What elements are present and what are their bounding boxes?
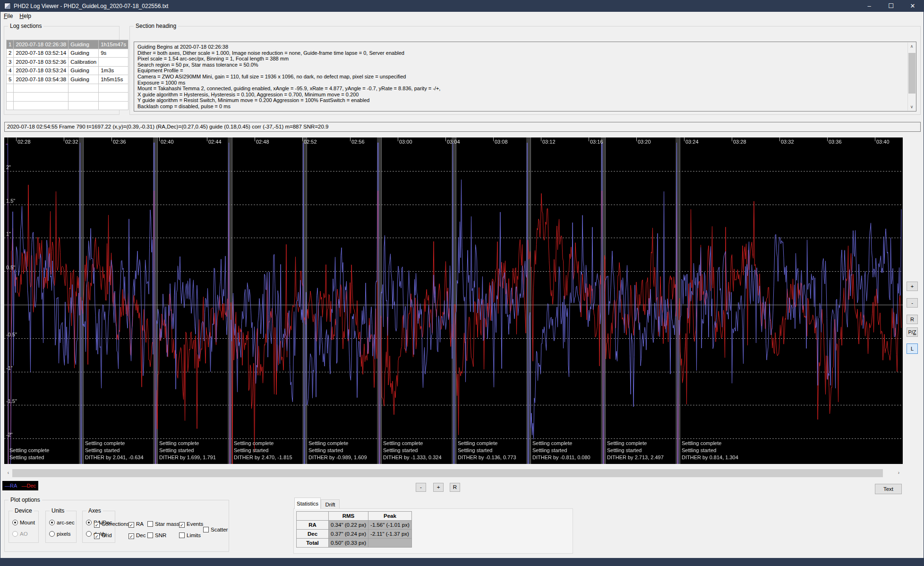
checkbox-limits[interactable]: Limits [179, 531, 201, 539]
device-group: Device MountAO [9, 511, 39, 543]
radio-icon [49, 520, 55, 525]
event-annotation-line: Settling complete [85, 440, 144, 447]
radio-icon [12, 520, 18, 525]
checkbox-ra[interactable]: ✓RA [128, 519, 144, 528]
h-scrollbar-thumb[interactable] [12, 469, 883, 477]
close-button[interactable]: ✕ [902, 0, 924, 12]
section-heading-line: Equipment Profile = [137, 68, 905, 74]
tab-statistics[interactable]: Statistics [294, 497, 321, 509]
checkbox-icon [147, 521, 153, 527]
log-row[interactable]: 52020-07-18 03:54:38Guiding1h5m15s [7, 75, 128, 84]
plot-minus-button[interactable]: - [416, 483, 426, 492]
section-heading-line: X guide algorithm = Hysteresis, Hysteres… [137, 92, 905, 98]
log-row[interactable]: 32020-07-18 03:52:36Calibration [7, 58, 128, 67]
scroll-down-button[interactable]: ∨ [908, 103, 915, 111]
chart-reset-button[interactable]: R [907, 315, 918, 324]
checkbox-events[interactable]: ✓Events [179, 519, 203, 528]
checkbox-icon [179, 532, 185, 538]
radio-units-arc-sec[interactable]: arc-sec [49, 518, 75, 526]
checkbox-grid[interactable]: ✓Grid [94, 531, 112, 539]
minimize-button[interactable]: – [858, 0, 880, 12]
log-row[interactable]: 42020-07-18 03:53:24Guiding1m3s [7, 66, 128, 75]
radio-device-mount[interactable]: Mount [12, 518, 35, 526]
scroll-up-button[interactable]: ∧ [908, 43, 915, 50]
x-tick-label: 03:36 [829, 139, 842, 145]
event-annotation: Settling completeSettling startedDITHER … [159, 440, 216, 461]
log-sections-group: Log sections 12020-07-18 02:26:38Guiding… [4, 26, 120, 115]
log-row[interactable]: 12020-07-18 02:26:38Guiding1h15m47s [7, 40, 128, 49]
event-annotation-line: DITHER by -0.136, 0.773 [458, 454, 516, 461]
log-row[interactable]: 22020-07-18 03:52:14Guiding9s [7, 49, 128, 58]
log-cell [14, 93, 68, 102]
tab-drift[interactable]: Drift [321, 499, 340, 509]
x-tick-label: 03:40 [876, 139, 890, 145]
checkbox-label: SNR [155, 532, 166, 538]
section-heading-group: Section heading ∧ ∨ Guiding Begins at 20… [129, 26, 921, 115]
x-tick-label: 02:44 [208, 139, 222, 145]
plot-plus-button[interactable]: + [433, 483, 444, 492]
menu-bar: File Help [0, 12, 924, 20]
event-annotation-line: Settling complete [159, 440, 216, 447]
radio-units-pixels[interactable]: pixels [49, 529, 70, 538]
title-bar: PHD2 Log Viewer - PHD2_GuideLog_2020-07-… [0, 0, 924, 12]
text-view-button[interactable]: Text [875, 484, 902, 494]
section-heading-text[interactable]: ∧ ∨ Guiding Begins at 2020-07-18 02:26:3… [134, 42, 916, 111]
app-icon [4, 3, 11, 9]
scroll-right-button[interactable]: › [895, 469, 903, 477]
chart-zoom-out-button[interactable]: - [907, 298, 918, 308]
app-window: PHD2 Log Viewer - PHD2_GuideLog_2020-07-… [0, 0, 924, 566]
checkbox-icon: ✓ [94, 522, 100, 528]
event-annotation-line: Settling complete [383, 440, 442, 447]
units-title: Units [50, 507, 66, 514]
radio-label: pixels [57, 531, 70, 537]
radio-icon [86, 520, 92, 525]
lock-button[interactable]: L [907, 343, 918, 354]
section-heading-line: Mount = Takahashi Temma 2, connected, gu… [137, 86, 905, 92]
pan-zoom-toggle-button[interactable]: P/Z [907, 327, 918, 337]
scroll-left-button[interactable]: ‹ [4, 469, 12, 477]
maximize-button[interactable]: ☐ [880, 0, 902, 12]
guide-chart[interactable]: 02:2802:3202:3602:4002:4402:4802:5202:56… [4, 137, 903, 464]
checkbox-label: Limits [187, 532, 201, 538]
event-annotation-line: Settling started [607, 447, 664, 454]
radio-device-ao[interactable]: AO [12, 529, 28, 538]
stats-row-header: Total [297, 539, 329, 548]
x-tick-label: 03:28 [733, 139, 746, 145]
log-sections-table[interactable]: 12020-07-18 02:26:38Guiding1h15m47s22020… [6, 40, 128, 110]
checkbox-scatter[interactable]: Scatter [203, 525, 228, 533]
stats-row: Dec0.37" (0.24 px)-2.11" (-1.37 px) [297, 530, 412, 539]
event-annotation-line: Settling started [159, 447, 216, 454]
checkbox-star-mass[interactable]: Star mass [147, 519, 180, 528]
checkbox-corrections[interactable]: ✓Corrections [94, 519, 129, 528]
chart-canvas[interactable] [4, 137, 903, 464]
menu-item-help[interactable]: Help [16, 12, 34, 20]
event-annotation-line: Settling started [532, 447, 590, 454]
menu-item-file[interactable]: File [0, 12, 16, 20]
checkbox-icon [203, 527, 209, 532]
checkbox-snr[interactable]: SNR [147, 531, 166, 539]
chart-zoom-in-button[interactable]: + [907, 282, 918, 291]
stats-row: Total0.50" (0.33 px) [297, 539, 412, 548]
event-annotation: Settling completeSettling startedDITHER … [532, 440, 590, 461]
section-heading-line: Exposure = 1000 ms [137, 80, 905, 86]
event-annotation-line: Settling started [85, 447, 144, 454]
stats-header-cell: Peak [368, 512, 412, 521]
plot-reset-button[interactable]: R [450, 483, 460, 492]
log-row-empty [7, 84, 128, 93]
chart-h-scrollbar[interactable]: ‹ › [4, 469, 903, 477]
event-annotation-line: DITHER by 0.814, 1.304 [682, 454, 738, 461]
stats-value-cell: -1.56" (-1.01 px) [368, 521, 412, 530]
section-heading-line: Backlash comp = disabled, pulse = 0 ms [137, 103, 905, 110]
scrollbar-thumb[interactable] [908, 53, 915, 94]
checkbox-dec[interactable]: ✓Dec [128, 531, 145, 539]
log-cell: 2020-07-18 03:53:24 [14, 66, 68, 75]
event-annotation-line: DITHER by -0.989, 1.609 [308, 454, 367, 461]
section-heading-title: Section heading [134, 23, 178, 29]
x-tick-label: 02:28 [17, 139, 31, 145]
frame-info-bar: 2020-07-18 02:54:55 Frame 790 t=1697.22 … [4, 122, 921, 132]
section-scrollbar[interactable]: ∧ ∨ [907, 43, 915, 111]
stats-header-row: RMSPeak [297, 512, 412, 521]
y-axis-label: -1" [6, 365, 13, 371]
radio-icon [12, 531, 18, 537]
radio-icon [86, 531, 92, 537]
